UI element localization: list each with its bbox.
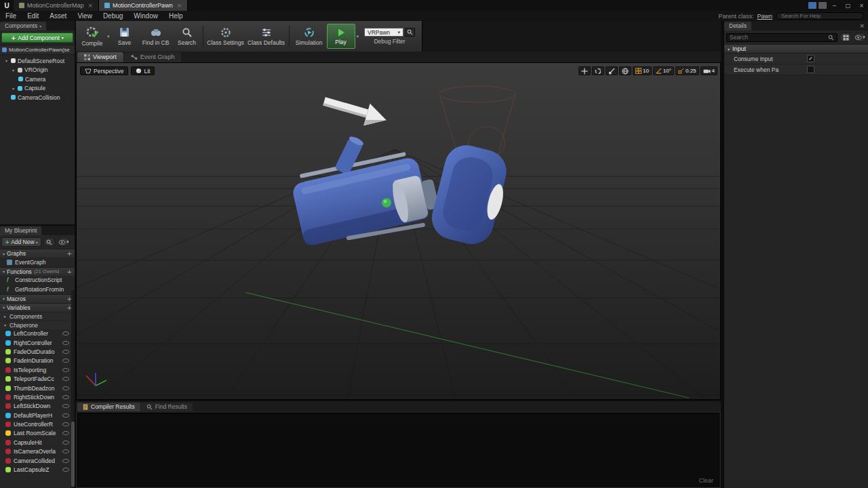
- parent-class-link[interactable]: Pawn: [757, 13, 772, 20]
- menu-asset[interactable]: Asset: [44, 12, 72, 20]
- minimize-button[interactable]: ─: [829, 1, 840, 10]
- menu-window[interactable]: Window: [128, 12, 163, 20]
- components-self-row[interactable]: MotionControllerPawn(se: [0, 45, 75, 55]
- variable-row[interactable]: CameraCollided: [0, 456, 75, 465]
- variables-section-header[interactable]: ▾ Variables +: [0, 303, 75, 312]
- eye-icon[interactable]: [62, 459, 69, 463]
- eye-icon[interactable]: [62, 422, 69, 426]
- visibility-options-button[interactable]: ▾: [58, 237, 70, 247]
- class-defaults-button[interactable]: Class Defaults: [246, 21, 287, 52]
- debug-search-button[interactable]: [405, 28, 415, 37]
- tree-row[interactable]: CameraCollision: [0, 93, 75, 102]
- variable-row[interactable]: FadeInDuration: [0, 357, 75, 365]
- scrollbar-thumb[interactable]: [71, 422, 75, 487]
- search-button[interactable]: [43, 237, 56, 247]
- compile-button[interactable]: Compile: [79, 21, 106, 52]
- coordinate-space-button[interactable]: [619, 66, 631, 75]
- perspective-button[interactable]: Perspective: [80, 66, 128, 75]
- eye-icon[interactable]: [62, 431, 69, 435]
- rotate-tool-button[interactable]: [592, 66, 604, 75]
- close-button[interactable]: ×: [856, 1, 867, 10]
- compile-options-dropdown[interactable]: ▾: [106, 21, 111, 52]
- my-blueprint-panel-tab[interactable]: My Blueprint: [0, 226, 41, 235]
- variable-row[interactable]: UseControllerR: [0, 420, 75, 428]
- play-button[interactable]: Play: [327, 24, 355, 49]
- camera-speed-button[interactable]: 4: [701, 66, 717, 75]
- layout-icon[interactable]: [818, 2, 827, 9]
- eye-icon[interactable]: [62, 359, 69, 363]
- eye-icon[interactable]: [62, 377, 69, 381]
- maximize-button[interactable]: □: [842, 1, 854, 10]
- eye-icon[interactable]: [62, 413, 69, 418]
- eye-icon[interactable]: [62, 404, 69, 408]
- eye-icon[interactable]: [62, 386, 69, 390]
- add-graph-button[interactable]: +: [66, 250, 72, 257]
- expander-icon[interactable]: ▾: [3, 323, 7, 327]
- viewport-3d-scene[interactable]: [77, 63, 720, 399]
- scale-tool-button[interactable]: [606, 66, 618, 75]
- tab-event-graph[interactable]: Event Graph: [124, 52, 182, 62]
- menu-file[interactable]: File: [0, 12, 22, 20]
- eye-icon[interactable]: [62, 468, 69, 472]
- variable-row[interactable]: LastCapsuleZ: [0, 465, 75, 474]
- variable-row[interactable]: RightController: [0, 338, 75, 347]
- menu-help[interactable]: Help: [163, 12, 189, 20]
- add-new-button[interactable]: + Add New ▾: [1, 237, 41, 247]
- close-tab-icon[interactable]: ×: [176, 2, 182, 9]
- functions-section-header[interactable]: ▾ Functions (21 Overrid +: [0, 267, 75, 276]
- macros-section-header[interactable]: ▾ Macros +: [0, 294, 75, 303]
- property-matrix-button[interactable]: [840, 33, 852, 42]
- function-item[interactable]: f GetRotationFromIn: [0, 285, 75, 294]
- simulation-button[interactable]: Simulation: [292, 21, 327, 52]
- asset-tab-pawn[interactable]: MotionControllerPawn ×: [99, 0, 188, 11]
- tree-row[interactable]: Camera: [0, 75, 75, 84]
- lit-mode-button[interactable]: Lit: [131, 66, 155, 75]
- menu-view[interactable]: View: [72, 12, 98, 20]
- details-panel-tab[interactable]: Details: [724, 22, 751, 30]
- expander-icon[interactable]: ▾: [4, 58, 9, 63]
- play-options-dropdown[interactable]: ▾: [355, 21, 361, 52]
- function-item[interactable]: f ConstructionScript: [0, 276, 75, 285]
- variable-row[interactable]: IsCameraOverla: [0, 447, 75, 456]
- eye-icon[interactable]: [62, 441, 69, 445]
- expander-icon[interactable]: ▸: [3, 314, 7, 319]
- debug-object-select[interactable]: VRPawn ▾: [364, 28, 403, 37]
- variable-row[interactable]: RightStickDown: [0, 392, 75, 401]
- variable-category[interactable]: ▸ Components: [0, 312, 75, 321]
- clear-log-button[interactable]: Clear: [698, 477, 713, 484]
- variable-row[interactable]: IsTeleporting: [0, 365, 75, 374]
- eye-icon[interactable]: [62, 341, 69, 345]
- tab-find-results[interactable]: Find Results: [141, 403, 193, 411]
- graph-item[interactable]: EventGraph: [0, 258, 75, 267]
- tree-row[interactable]: ▾ Capsule: [0, 84, 75, 94]
- find-in-cb-button[interactable]: Find in CB: [138, 21, 174, 52]
- account-icon[interactable]: [808, 2, 816, 9]
- search-button[interactable]: Search: [174, 21, 201, 52]
- scrollbar[interactable]: [71, 290, 75, 488]
- eye-icon[interactable]: [62, 350, 69, 354]
- eye-icon[interactable]: [62, 449, 69, 453]
- variable-row[interactable]: DefaultPlayerH: [0, 411, 75, 420]
- rotation-snap-button[interactable]: 10°: [653, 66, 674, 75]
- expander-icon[interactable]: ▾: [11, 68, 16, 73]
- expander-icon[interactable]: ▾: [11, 86, 16, 91]
- eye-icon[interactable]: [62, 395, 69, 399]
- details-search-input[interactable]: [730, 34, 826, 41]
- display-filter-button[interactable]: ▾: [854, 33, 866, 42]
- input-section-header[interactable]: ▾ Input: [724, 44, 868, 54]
- variable-row[interactable]: LeftStickDown: [0, 402, 75, 411]
- variable-row[interactable]: TeleportFadeCc: [0, 374, 75, 383]
- components-panel-tab[interactable]: Components ▾: [0, 22, 46, 30]
- tab-viewport[interactable]: Viewport: [77, 52, 123, 62]
- graphs-section-header[interactable]: ▾ Graphs +: [0, 249, 75, 258]
- add-component-button[interactable]: + Add Component ▾: [1, 33, 73, 43]
- tree-row[interactable]: ▾ VROrigin: [0, 66, 75, 75]
- consume-input-checkbox[interactable]: ✓: [807, 55, 814, 62]
- save-button[interactable]: Save: [111, 21, 138, 52]
- variable-row[interactable]: LeftController: [0, 329, 75, 338]
- variable-row[interactable]: FadeOutDuratio: [0, 347, 75, 356]
- variable-row[interactable]: CapsuleHit: [0, 438, 75, 447]
- translate-tool-button[interactable]: [578, 66, 591, 75]
- compiler-results-log[interactable]: Clear: [77, 413, 719, 487]
- close-tab-icon[interactable]: ×: [87, 2, 94, 9]
